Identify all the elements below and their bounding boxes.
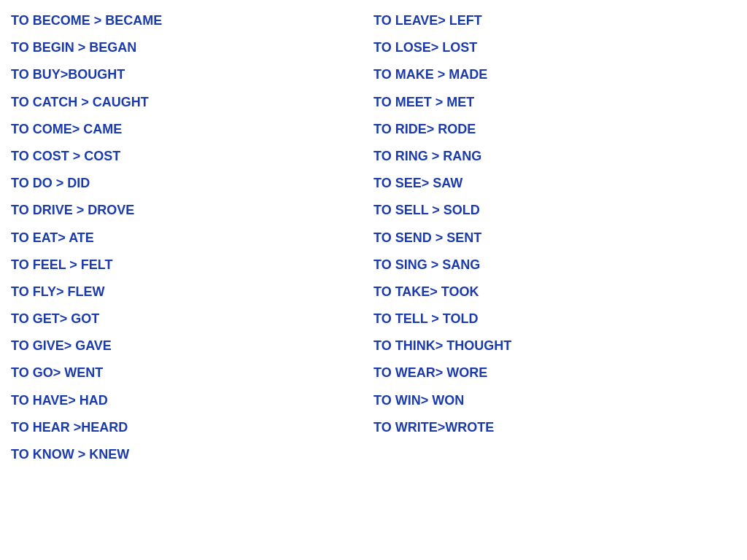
- verb-item: TO CATCH > CAUGHT: [11, 89, 374, 116]
- verb-item: TO LOSE> LOST: [374, 34, 736, 61]
- verb-item: TO GIVE> GAVE: [11, 332, 374, 359]
- column-left: TO BECOME > BECAMETO BEGIN > BEGANTO BUY…: [11, 7, 374, 468]
- verb-item: TO SEE> SAW: [374, 170, 736, 197]
- verb-item: TO WRITE>WROTE: [374, 414, 736, 441]
- verb-item: TO KNOW > KNEW: [11, 441, 374, 468]
- verb-item: TO RING > RANG: [374, 143, 736, 170]
- verb-item: TO TELL > TOLD: [374, 306, 736, 332]
- verb-item: TO SING > SANG: [374, 252, 736, 279]
- verb-item: TO EAT> ATE: [11, 225, 374, 252]
- verb-item: TO WEAR> WORE: [374, 359, 736, 386]
- column-right: TO LEAVE> LEFTTO LOSE> LOSTTO MAKE > MAD…: [374, 7, 736, 468]
- verb-item: TO FLY> FLEW: [11, 279, 374, 306]
- verb-item: TO SELL > SOLD: [374, 197, 736, 224]
- verb-item: TO WIN> WON: [374, 387, 736, 414]
- verb-item: TO RIDE> RODE: [374, 116, 736, 143]
- verb-item: TO BECOME > BECAME: [11, 7, 374, 34]
- verb-item: TO DO > DID: [11, 170, 374, 197]
- verb-item: TO GO> WENT: [11, 359, 374, 386]
- verb-item: TO THINK> THOUGHT: [374, 332, 736, 359]
- verb-item: TO MAKE > MADE: [374, 61, 736, 88]
- verb-item: TO BEGIN > BEGAN: [11, 34, 374, 61]
- verb-item: TO TAKE> TOOK: [374, 279, 736, 306]
- verb-item: TO HEAR >HEARD: [11, 414, 374, 441]
- verb-item: TO MEET > MET: [374, 89, 736, 116]
- verb-item: TO COST > COST: [11, 143, 374, 170]
- verb-item: TO GET> GOT: [11, 306, 374, 332]
- verb-columns: TO BECOME > BECAMETO BEGIN > BEGANTO BUY…: [11, 7, 736, 468]
- verb-item: TO FEEL > FELT: [11, 252, 374, 279]
- verb-item: TO DRIVE > DROVE: [11, 197, 374, 224]
- verb-item: TO COME> CAME: [11, 116, 374, 143]
- verb-item: TO BUY>BOUGHT: [11, 61, 374, 88]
- verb-item: TO HAVE> HAD: [11, 387, 374, 414]
- verb-item: TO SEND > SENT: [374, 225, 736, 252]
- verb-item: TO LEAVE> LEFT: [374, 7, 736, 34]
